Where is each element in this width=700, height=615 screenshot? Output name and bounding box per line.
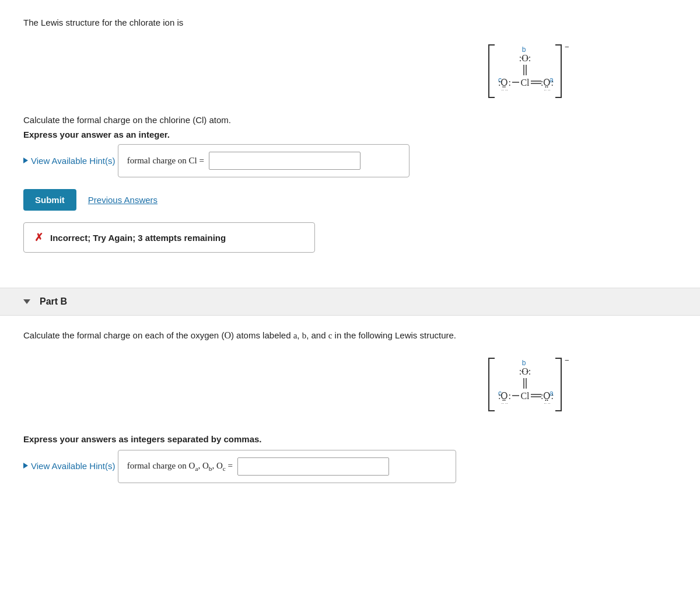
svg-text:Cl: Cl (520, 78, 530, 88)
svg-text:Cl: Cl (520, 391, 530, 401)
svg-text::O̤:: :O̤: (541, 391, 554, 401)
part-a-instruction: Express your answer as an integer. (23, 130, 677, 139)
svg-text:·· ··: ·· ·· (544, 88, 550, 93)
intro-text: The Lewis structure for the chlorate ion… (23, 18, 677, 27)
hint-triangle-icon-b (23, 463, 28, 469)
feedback-text-a: Incorrect; Try Again; 3 attempts remaini… (50, 233, 226, 243)
answer-box-b: formal charge on Oa, Ob, Oc = (118, 450, 456, 483)
svg-text::O̤:: :O̤: (541, 78, 554, 88)
answer-label-b: formal charge on Oa, Ob, Oc = (127, 461, 233, 472)
answer-input-a[interactable] (209, 152, 360, 170)
hint-triangle-icon-a (23, 158, 28, 163)
svg-text:·· ··: ·· ·· (501, 88, 508, 93)
lewis-structure-part-b: − b :O: ·· ·· c a :O̤: Cl :O̤: (23, 352, 572, 417)
feedback-box-a: ✗ Incorrect; Try Again; 3 attempts remai… (23, 222, 315, 253)
svg-text:−: − (565, 356, 569, 365)
submit-button-a[interactable]: Submit (23, 189, 76, 211)
part-b-question: Calculate the formal charge on each of t… (23, 330, 677, 341)
svg-text:·· ··: ·· ·· (521, 368, 529, 375)
part-b-header[interactable]: Part B (0, 288, 700, 316)
lewis-svg-a: − b :O: ·· ·· c a :O̤: Cl :O̤: (478, 39, 572, 103)
svg-text:·· ··: ·· ·· (501, 401, 508, 406)
answer-box-a: formal charge on Cl = (118, 144, 410, 177)
hint-link-b[interactable]: View Available Hint(s) (23, 461, 116, 471)
svg-text:b: b (522, 46, 526, 54)
lewis-svg-b: − b :O: ·· ·· c a :O̤: Cl :O̤: (478, 352, 572, 417)
answer-label-a: formal charge on Cl = (127, 156, 204, 166)
svg-text:b: b (522, 359, 526, 367)
part-a-question: Calculate the formal charge on the chlor… (23, 115, 677, 125)
part-b-title: Part B (40, 296, 67, 307)
svg-text:·· ··: ·· ·· (521, 55, 529, 61)
part-b-instruction: Express your answers as integers separat… (23, 434, 677, 444)
answer-input-b[interactable] (237, 457, 389, 476)
previous-answers-link-a[interactable]: Previous Answers (88, 195, 158, 205)
hint-link-a[interactable]: View Available Hint(s) (23, 156, 116, 166)
svg-text::O̤:: :O̤: (498, 391, 511, 401)
hint-link-label-a: View Available Hint(s) (31, 156, 116, 166)
svg-text:·· ··: ·· ·· (544, 401, 550, 406)
button-row-a: Submit Previous Answers (23, 189, 677, 211)
svg-text:−: − (565, 43, 569, 51)
part-b-content: Calculate the formal charge on each of t… (0, 330, 700, 505)
svg-text::O̤:: :O̤: (498, 78, 511, 88)
lewis-structure-part-a: − b :O: ·· ·· c a :O̤: Cl :O̤: (23, 39, 572, 103)
hint-link-label-b: View Available Hint(s) (31, 461, 116, 471)
chevron-down-icon (23, 299, 30, 304)
incorrect-icon: ✗ (34, 231, 43, 244)
